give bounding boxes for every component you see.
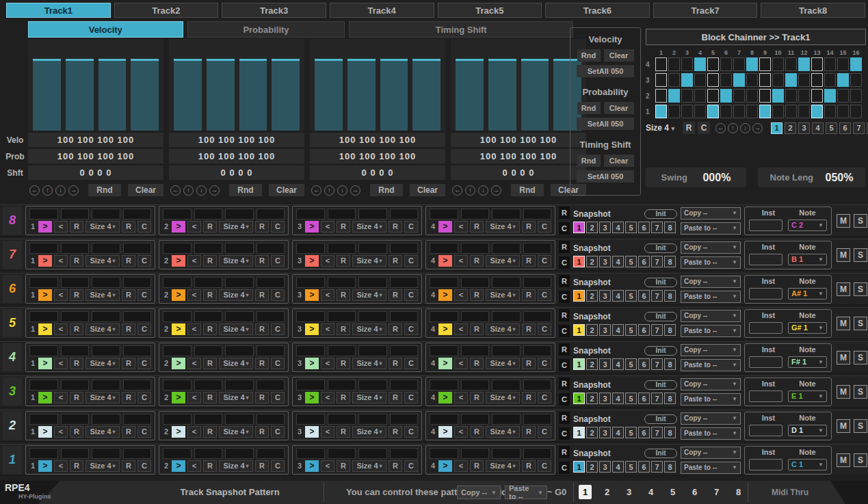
block-clear-button[interactable]: C (404, 221, 418, 233)
play-direction-backward-button[interactable]: < (454, 289, 468, 301)
block-clear-button[interactable]: C (137, 289, 151, 301)
chainner-cell[interactable] (733, 105, 745, 118)
snapshot-slot-1[interactable]: 1 (573, 256, 585, 267)
step-cell[interactable] (29, 277, 58, 288)
chainner-shift-right-button[interactable]: → (752, 123, 763, 133)
shift-right-button[interactable]: → (68, 185, 79, 196)
group-clear-button[interactable]: Clear (410, 184, 445, 196)
play-direction-forward-button[interactable]: > (438, 255, 452, 267)
step-cell[interactable] (430, 414, 458, 425)
block-random-direction-button[interactable]: R (70, 426, 83, 438)
block-clear-button[interactable]: C (404, 426, 418, 438)
block-randomize-button[interactable]: R (522, 255, 536, 267)
step-cell[interactable] (492, 448, 521, 459)
row-clear-button[interactable]: C (559, 256, 570, 269)
step-cell[interactable] (390, 448, 419, 459)
block-size-dropdown[interactable]: Size 4▾ (219, 289, 253, 301)
row-randomize-button[interactable]: R (559, 207, 570, 219)
step-cell[interactable] (257, 345, 285, 356)
chainner-cell[interactable] (824, 73, 836, 87)
snapshot-paste-dropdown[interactable]: Paste to --▼ (681, 256, 741, 269)
chainner-cell[interactable] (681, 57, 693, 71)
step-cell[interactable] (194, 209, 223, 220)
step-cell[interactable] (257, 243, 285, 254)
group-clear-button[interactable]: Clear (128, 184, 163, 196)
step-cell[interactable] (430, 448, 458, 459)
footer-page-2[interactable]: 2 (601, 485, 614, 499)
block-size-dropdown[interactable]: Size 4▾ (219, 426, 253, 438)
shift-down-button[interactable]: ↓ (478, 185, 488, 196)
step-cell[interactable] (29, 209, 58, 220)
step-cell[interactable] (29, 414, 58, 425)
step-cell[interactable] (390, 311, 419, 322)
block-randomize-button[interactable]: R (255, 426, 269, 438)
shift-left-button[interactable]: ← (311, 185, 321, 196)
step-cell[interactable] (61, 380, 90, 390)
play-direction-forward-button[interactable]: > (438, 289, 452, 301)
chainner-size-dropdown[interactable]: Size 4 ▾ (646, 123, 680, 133)
block-random-direction-button[interactable]: R (470, 289, 484, 301)
block-random-direction-button[interactable]: R (203, 255, 217, 267)
block-randomize-button[interactable]: R (122, 323, 135, 335)
row-clear-button[interactable]: C (559, 427, 570, 440)
mute-button[interactable]: M (837, 385, 850, 399)
play-direction-backward-button[interactable]: < (187, 289, 201, 301)
snapshot-slot-2[interactable]: 2 (586, 393, 598, 404)
step-cell[interactable] (390, 209, 419, 220)
velo-values[interactable]: 100 100 100 100 (169, 133, 304, 147)
block-random-direction-button[interactable]: R (70, 392, 83, 403)
block-random-direction-button[interactable]: R (203, 460, 217, 472)
snapshot-slot-5[interactable]: 5 (625, 290, 637, 302)
step-cell[interactable] (461, 277, 490, 288)
play-direction-forward-button[interactable]: > (38, 289, 52, 301)
inst-input[interactable] (749, 425, 782, 436)
step-cell[interactable] (225, 243, 254, 254)
chainner-cell[interactable] (746, 57, 758, 71)
block-randomize-button[interactable]: R (122, 426, 135, 438)
inst-input[interactable] (749, 390, 782, 402)
mute-button[interactable]: M (837, 453, 850, 467)
play-direction-forward-button[interactable]: > (438, 358, 452, 369)
snapshot-paste-dropdown[interactable]: Paste to --▼ (681, 393, 741, 406)
chainner-cell[interactable] (837, 73, 849, 87)
step-cell[interactable] (29, 380, 58, 390)
mute-button[interactable]: M (837, 214, 850, 228)
block-clear-button[interactable]: C (271, 289, 285, 301)
step-cell[interactable] (92, 209, 120, 220)
chainner-cell[interactable] (811, 57, 823, 71)
velocity-bar[interactable] (33, 59, 61, 131)
block-size-dropdown[interactable]: Size 4▾ (352, 289, 386, 301)
block-random-direction-button[interactable]: R (337, 358, 350, 369)
snapshot-copy-dropdown[interactable]: Copy --▼ (681, 344, 741, 356)
snapshot-paste-dropdown[interactable]: Paste to --▼ (681, 291, 741, 303)
chainner-cell[interactable] (824, 105, 836, 118)
prob-values[interactable]: 100 100 100 100 (169, 149, 304, 163)
shift-right-button[interactable]: → (350, 185, 360, 196)
play-direction-forward-button[interactable]: > (172, 392, 185, 403)
snapshot-slot-1[interactable]: 1 (573, 222, 585, 233)
step-cell[interactable] (328, 414, 356, 425)
chainner-cell[interactable] (668, 73, 680, 87)
block-size-dropdown[interactable]: Size 4▾ (219, 221, 253, 233)
play-direction-forward-button[interactable]: > (172, 289, 185, 301)
step-cell[interactable] (328, 209, 356, 220)
play-direction-backward-button[interactable]: < (54, 392, 68, 403)
block-randomize-button[interactable]: R (389, 289, 402, 301)
block-random-direction-button[interactable]: R (337, 323, 350, 335)
play-direction-backward-button[interactable]: < (54, 255, 68, 267)
block-randomize-button[interactable]: R (255, 358, 269, 369)
step-cell[interactable] (123, 277, 152, 288)
step-cell[interactable] (194, 311, 223, 322)
step-cell[interactable] (430, 345, 458, 356)
footer-page-6[interactable]: 6 (688, 485, 701, 499)
block-randomize-button[interactable]: R (389, 460, 402, 472)
snapshot-slot-5[interactable]: 5 (625, 393, 637, 404)
step-cell[interactable] (123, 345, 152, 356)
snapshot-slot-8[interactable]: 8 (664, 256, 676, 267)
play-direction-backward-button[interactable]: < (187, 255, 201, 267)
step-cell[interactable] (257, 277, 285, 288)
chainner-cell[interactable] (720, 89, 732, 103)
snapshot-slot-6[interactable]: 6 (638, 358, 650, 370)
chainner-page-2[interactable]: 2 (785, 122, 796, 134)
play-direction-forward-button[interactable]: > (438, 426, 452, 438)
